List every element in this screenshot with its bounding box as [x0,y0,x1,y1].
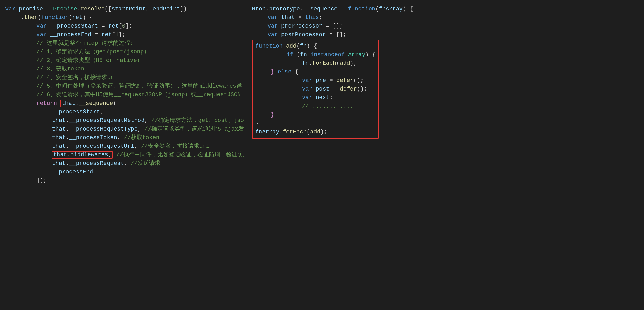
code-line: // 3、获取token [5,65,244,73]
code-line: function add(fn) { [255,42,375,50]
code-line: } else { [255,68,375,76]
code-container: var promise = Promise.resolve([startPoin… [0,0,644,310]
code-line: var next; [255,93,375,102]
code-line: if (fn instanceof Array) { [255,50,375,59]
left-panel: var promise = Promise.resolve([startPoin… [0,0,244,310]
code-line: // 2、确定请求类型（H5 or native） [5,56,244,65]
code-line: var preProcessor = []; [252,22,644,30]
code-line: return that.__sequence([ [5,99,244,108]
code-line: // 这里就是整个 mtop 请求的过程: [5,39,244,48]
code-line: var post = defer(); [255,85,375,93]
code-line: // 5、中间件处理（登录验证、验证防刷、验证防爬），这里的middleware… [5,82,244,91]
highlight-block-add: function add(fn) { if (fn instanceof Arr… [252,40,379,139]
code-line: } [255,119,375,128]
code-line: } [255,111,375,119]
code-line: // ............. [255,102,375,111]
code-line: var pre = defer(); [255,76,375,85]
code-line: __processEnd [5,168,244,176]
code-line: that.__processRequest, //发送请求 [5,159,244,168]
code-line: .then(function(ret) { [5,13,244,22]
code-line: that.middlewares, //执行中间件，比如登陆验证，验证防刷，验证… [5,151,244,159]
code-line: var postProcessor = []; [252,30,644,39]
code-line: that.__processRequestType, //确定请求类型，请求通过… [5,125,244,133]
code-line: that.__processRequestUrl, //安全签名，拼接请求url [5,142,244,151]
code-line: var __processStart = ret[0]; [5,22,244,30]
code-line: var that = this; [252,13,644,22]
code-line: // 6、发送请求，其中H5使用__requestJSONP（jsonp）或__… [5,91,244,99]
right-panel: Mtop.prototype.__sequence = function(fnA… [244,0,644,310]
code-line: var __processEnd = ret[1]; [5,30,244,39]
code-line: that.__processToken, //获取token [5,133,244,142]
code-line: fnArray.forEach(add); [255,128,375,136]
code-line: that.__processRequestMethod, //确定请求方法，ge… [5,116,244,125]
right-title-line: Mtop.prototype.__sequence = function(fnA… [252,5,644,13]
code-line: fn.forEach(add); [255,59,375,68]
code-line: ]); [5,176,244,185]
code-line: __processStart, [5,108,244,116]
code-line: // 1、确定请求方法（get/post/jsonp） [5,48,244,56]
code-line: // 4、安全签名，拼接请求url [5,73,244,82]
code-line: var promise = Promise.resolve([startPoin… [5,5,244,13]
